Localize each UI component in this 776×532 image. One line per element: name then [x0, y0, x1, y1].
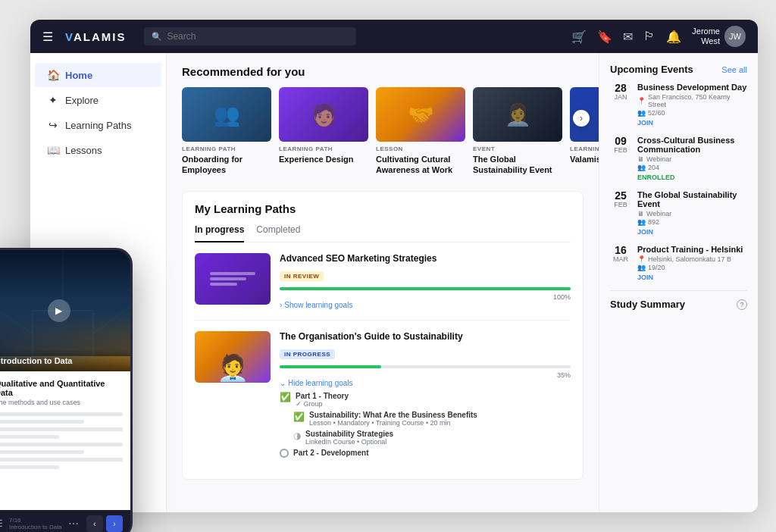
- event-3-format: 🖥 Webinar: [637, 210, 747, 217]
- phone-hero: ▶ Introduction to Data: [0, 250, 130, 371]
- event-4-capacity: 👥 19/20: [637, 264, 747, 271]
- lp-part1-header: ✅ Part 1 - Theory ✓ Group: [280, 392, 571, 408]
- card-thumb-2: 🧑: [279, 87, 368, 142]
- svg-line-3: [93, 303, 130, 333]
- svg-line-2: [0, 303, 33, 333]
- card-title-4: The Global Sustainability Event: [473, 154, 562, 176]
- phone-dots-icon[interactable]: ⋯: [68, 518, 79, 530]
- phone-menu-icon[interactable]: ☰: [0, 518, 3, 529]
- location-icon-4: 📍: [637, 255, 646, 263]
- lp-seo-status: IN REVIEW: [280, 271, 324, 281]
- card-thumb-1: 👥: [182, 87, 271, 142]
- tab-in-progress[interactable]: In progress: [195, 224, 244, 243]
- phone-line-3: [0, 427, 123, 431]
- event-2-date: 09 Feb: [610, 136, 631, 181]
- home-icon: 🏠: [47, 69, 59, 81]
- flag-icon[interactable]: 🏳: [643, 30, 656, 43]
- top-nav: ☰ VALAMIS 🔍 🛒 🔖 ✉ 🏳 🔔 Jerome West JW: [30, 20, 758, 53]
- location-icon: 📍: [637, 97, 646, 105]
- carousel-next-arrow[interactable]: ›: [573, 110, 590, 127]
- phone-overlay: ▶ Introduction to Data Qualitative and Q…: [0, 248, 133, 532]
- app-logo: VALAMIS: [65, 30, 126, 43]
- bookmark-icon[interactable]: 🔖: [597, 30, 612, 44]
- phone-hero-title: Introduction to Data: [0, 356, 124, 365]
- card-title-5: Valamis User Guide: [570, 154, 599, 164]
- event-1-location: 📍 San Francisco, 750 Kearny Street: [637, 93, 747, 108]
- sidebar-item-explore[interactable]: ✦ Explore: [35, 88, 161, 112]
- study-summary-title: Study Summary: [610, 299, 685, 310]
- lp-thumb-seo: [195, 253, 271, 305]
- lp-sub-item-1: ✅ Sustainability: What Are the Business …: [280, 411, 571, 427]
- see-all-button[interactable]: See all: [721, 65, 747, 74]
- sidebar-item-home[interactable]: 🏠 Home: [35, 63, 161, 87]
- recommended-title: Recommended for you: [182, 65, 584, 78]
- event-4-date: 16 Mar: [610, 245, 631, 281]
- card-type-4: EVENT: [473, 146, 562, 152]
- phone-back-button[interactable]: ‹: [86, 515, 103, 532]
- event-3: 25 Feb The Global Sustainability Event 🖥…: [610, 190, 747, 236]
- user-name: Jerome West: [692, 27, 720, 46]
- webinar-icon-3: 🖥: [637, 210, 644, 217]
- people-icon-2: 👥: [637, 164, 646, 171]
- search-input[interactable]: [167, 31, 349, 42]
- hamburger-icon[interactable]: ☰: [42, 30, 53, 44]
- event-2-action: ENROLLED: [637, 174, 747, 181]
- lp-sustainability-hide-goals[interactable]: ⌄ Hide learning goals: [280, 379, 571, 387]
- card-type-1: LEARNING PATH: [182, 146, 271, 152]
- circle-icon: [280, 449, 289, 458]
- lp-seo-progress-fill: [280, 287, 571, 290]
- phone-content-title: Qualitative and Quantitative Data: [0, 379, 123, 397]
- card-type-3: LESSON: [376, 146, 465, 152]
- event-1: 28 Jan Business Development Day 📍 San Fr…: [610, 83, 747, 127]
- event-4-action[interactable]: JOIN: [637, 274, 747, 281]
- lp-card-seo-content: Advanced SEO Marketing Strategies IN REV…: [280, 253, 571, 309]
- event-3-date: 25 Feb: [610, 190, 631, 236]
- event-3-action[interactable]: JOIN: [637, 228, 747, 236]
- mail-icon[interactable]: ✉: [623, 30, 633, 44]
- help-icon[interactable]: ?: [737, 299, 747, 310]
- rec-card-3[interactable]: 🤝 LESSON Cultivating Cutural Awareness a…: [376, 87, 465, 176]
- event-4-location: 📍 Helsinki, Salomonkatu 17 B: [637, 255, 747, 263]
- chevron-right-icon: ›: [280, 301, 282, 309]
- people-icon-4: 👥: [637, 264, 646, 271]
- phone-play-btn[interactable]: ▶: [48, 299, 70, 322]
- rec-card-1[interactable]: 👥 LEARNING PATH Onboarding for Employees: [182, 87, 271, 176]
- rec-card-2[interactable]: 🧑 LEARNING PATH Experience Design: [279, 87, 368, 176]
- sub-item-title-2: Sustainability Strategies: [305, 430, 393, 438]
- cart-icon[interactable]: 🛒: [571, 30, 587, 44]
- sidebar-item-lessons[interactable]: 📖 Lessons: [35, 138, 161, 162]
- lp-seo-show-goals[interactable]: › Show learning goals: [280, 301, 571, 309]
- lessons-icon: 📖: [47, 144, 59, 156]
- bell-icon[interactable]: 🔔: [666, 30, 681, 44]
- avatar[interactable]: JW: [724, 26, 746, 47]
- search-bar[interactable]: 🔍: [144, 27, 356, 45]
- user-menu[interactable]: Jerome West JW: [692, 26, 746, 47]
- lp-sustainability-progress-bar: [280, 365, 571, 368]
- sidebar-item-learning-paths[interactable]: ↪ Learning Paths: [35, 113, 161, 137]
- card-type-2: LEARNING PATH: [279, 146, 368, 152]
- event-4-details: Product Training - Helsinki 📍 Helsinki, …: [637, 245, 747, 281]
- lp-thumb-sustainability: 🧑‍💼: [195, 331, 271, 383]
- lp-tabs: In progress Completed: [195, 224, 571, 243]
- phone-forward-button[interactable]: ›: [106, 515, 123, 532]
- sub-item-meta-2: LinkedIn Course • Optional: [305, 438, 393, 446]
- phone-bottom-nav: ‹ ›: [86, 515, 123, 532]
- chevron-down-icon: ⌄: [280, 379, 286, 387]
- rec-card-5[interactable]: 💻 LEARNING PATH Valamis User Guide: [570, 87, 599, 176]
- nav-icons: 🛒 🔖 ✉ 🏳 🔔 Jerome West JW: [571, 26, 746, 47]
- recommended-section: Recommended for you 👥 LEARNING PATH Onbo…: [182, 65, 584, 176]
- carousel: 👥 LEARNING PATH Onboarding for Employees…: [182, 87, 584, 176]
- phone-hero-overlay: Introduction to Data: [0, 350, 130, 371]
- lp-seo-title: Advanced SEO Marketing Strategies: [280, 253, 571, 264]
- study-summary-header: Study Summary ?: [610, 299, 747, 310]
- lp-seo-progress-bar: [280, 287, 571, 290]
- lp-sustainability-status: IN PROGRESS: [280, 349, 335, 359]
- check-icon-1: ✅: [293, 412, 305, 422]
- tab-completed[interactable]: Completed: [256, 224, 300, 243]
- event-3-capacity: 👥 892: [637, 218, 747, 226]
- phone-line-1: [0, 412, 123, 416]
- event-1-action[interactable]: JOIN: [637, 119, 747, 127]
- event-2-format: 🖥 Webinar: [637, 155, 747, 163]
- lp-card-seo: Advanced SEO Marketing Strategies IN REV…: [195, 253, 571, 321]
- rec-card-4[interactable]: 👩‍💼 EVENT The Global Sustainability Even…: [473, 87, 562, 176]
